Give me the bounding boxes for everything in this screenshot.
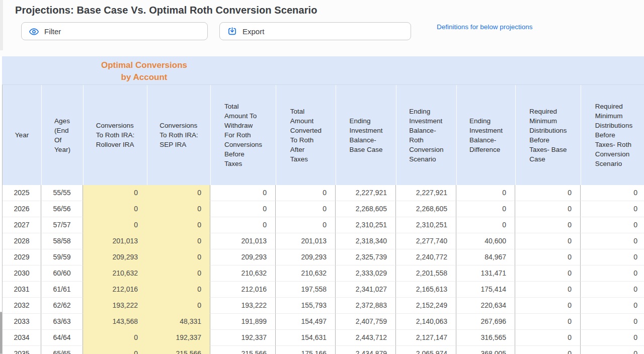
table-cell-ending-balance-roth-scenario: 2,268,605 [396, 201, 456, 217]
table-cell-total-converted-after-taxes: 154,497 [276, 314, 336, 330]
table-row: 202858/58201,0130201,013201,0132,318,340… [3, 233, 644, 249]
table-cell-total-withdraw-before-taxes: 215,566 [210, 346, 276, 354]
definitions-link[interactable]: Definitions for below projections [437, 23, 533, 31]
table-row: 203060/60210,6320210,632210,6322,333,029… [3, 266, 644, 282]
table-cell-ending-balance-difference: 84,967 [456, 249, 515, 266]
table-cell-rmd-roth-scenario: 0 [581, 314, 644, 330]
table-cell-conversions-rollover-ira: 0 [83, 346, 147, 354]
group-header-band: Optimal Conversions by Account [2, 56, 644, 84]
table-cell-rmd-base-case: 0 [515, 266, 581, 282]
table-cell-ending-balance-difference: 175,414 [456, 282, 515, 298]
table-cell-ending-balance-difference: 316,565 [456, 330, 515, 346]
table-cell-rmd-roth-scenario: 0 [581, 298, 644, 314]
table-cell-conversions-rollover-ira: 143,568 [83, 314, 147, 330]
table-cell-total-withdraw-before-taxes: 201,013 [210, 233, 276, 249]
table-cell-total-withdraw-before-taxes: 0 [210, 217, 276, 233]
table-cell-ending-balance-base-case: 2,434,879 [336, 346, 396, 354]
table-cell-year: 2027 [3, 217, 41, 233]
column-header-conversions-sep-ira: Conversions To Roth IRA: SEP IRA [147, 85, 210, 185]
export-button[interactable]: Export [219, 22, 411, 40]
table-cell-conversions-sep-ira: 215,566 [147, 346, 210, 354]
table-cell-ending-balance-base-case: 2,227,921 [336, 185, 396, 201]
table-cell-conversions-rollover-ira: 0 [83, 330, 147, 346]
table-cell-ages-end-of-year: 64/64 [41, 330, 83, 346]
table-cell-rmd-base-case: 0 [515, 185, 581, 201]
table-cell-total-converted-after-taxes: 175,166 [276, 346, 336, 354]
table-cell-ages-end-of-year: 55/55 [41, 185, 83, 201]
table-cell-ending-balance-roth-scenario: 2,310,251 [396, 217, 456, 233]
table-row: 202757/5700002,310,2512,310,251000 [3, 217, 644, 233]
table-cell-ending-balance-roth-scenario: 2,065,974 [396, 346, 456, 354]
table-cell-conversions-rollover-ira: 210,632 [83, 266, 147, 282]
page-header: Projections: Base Case Vs. Optimal Roth … [0, 0, 644, 56]
filter-button[interactable]: Filter [21, 22, 208, 40]
table-cell-total-converted-after-taxes: 0 [276, 201, 336, 217]
table-cell-year: 2034 [3, 330, 41, 346]
table-cell-total-converted-after-taxes: 0 [276, 217, 336, 233]
page-title: Projections: Base Case Vs. Optimal Roth … [15, 5, 317, 16]
column-header-label: Required Minimum Distributions Before Ta… [595, 102, 632, 168]
table-cell-rmd-base-case: 0 [515, 201, 581, 217]
table-cell-total-converted-after-taxes: 155,793 [276, 298, 336, 314]
table-cell-ending-balance-difference: 220,634 [456, 298, 515, 314]
table-cell-total-withdraw-before-taxes: 212,016 [210, 282, 276, 298]
table-cell-ages-end-of-year: 60/60 [41, 266, 83, 282]
table-cell-ending-balance-difference: 0 [456, 185, 515, 201]
table-cell-ages-end-of-year: 61/61 [41, 282, 83, 298]
column-header-label: Required Minimum Distributions Before Ta… [529, 107, 567, 164]
table-cell-rmd-roth-scenario: 0 [581, 201, 644, 217]
table-cell-ending-balance-base-case: 2,318,340 [336, 233, 396, 249]
table-row: 203464/640192,337192,337154,6312,443,712… [3, 330, 644, 346]
column-header-label: Ending Investment Balance- Difference [469, 116, 503, 154]
table-cell-conversions-rollover-ira: 212,016 [83, 282, 147, 298]
table-cell-ending-balance-difference: 267,696 [456, 314, 515, 330]
table-cell-ending-balance-base-case: 2,325,739 [336, 249, 396, 266]
table-cell-year: 2031 [3, 282, 41, 298]
table-cell-ages-end-of-year: 62/62 [41, 298, 83, 314]
table-cell-conversions-sep-ira: 0 [147, 249, 210, 266]
table-row: 202555/5500002,227,9212,227,921000 [3, 185, 644, 201]
table-cell-conversions-sep-ira: 192,337 [147, 330, 210, 346]
table-cell-total-converted-after-taxes: 154,631 [276, 330, 336, 346]
column-header-rmd-base-case: Required Minimum Distributions Before Ta… [515, 85, 581, 185]
filter-button-label: Filter [44, 27, 61, 36]
table-cell-ending-balance-base-case: 2,443,712 [336, 330, 396, 346]
table-cell-year: 2033 [3, 314, 41, 330]
vertical-scrollbar-thumb[interactable] [0, 312, 2, 354]
column-header-ending-balance-base-case: Ending Investment Balance- Base Case [336, 85, 396, 185]
table-cell-rmd-roth-scenario: 0 [581, 185, 644, 201]
column-header-total-converted-after-taxes: Total Amount Converted To Roth After Tax… [276, 85, 336, 185]
table-cell-total-withdraw-before-taxes: 192,337 [210, 330, 276, 346]
export-button-label: Export [243, 27, 264, 36]
table-cell-ending-balance-base-case: 2,333,029 [336, 266, 396, 282]
table-cell-total-converted-after-taxes: 201,013 [276, 233, 336, 249]
table-cell-rmd-roth-scenario: 0 [581, 266, 644, 282]
table-row: 202959/59209,2930209,293209,2932,325,739… [3, 249, 644, 266]
table-cell-rmd-roth-scenario: 0 [581, 249, 644, 266]
table-cell-ending-balance-roth-scenario: 2,227,921 [396, 185, 456, 201]
table-cell-rmd-base-case: 0 [515, 330, 581, 346]
table-cell-ages-end-of-year: 65/65 [41, 346, 83, 354]
table-cell-ending-balance-roth-scenario: 2,240,772 [396, 249, 456, 266]
table-cell-year: 2025 [3, 185, 41, 201]
table-cell-ages-end-of-year: 59/59 [41, 249, 83, 266]
table-cell-total-withdraw-before-taxes: 209,293 [210, 249, 276, 266]
group-header-optimal-conversions: Optimal Conversions by Account [80, 59, 208, 83]
table-row: 203262/62193,2220193,222155,7932,372,883… [3, 298, 644, 314]
table-cell-ending-balance-difference: 131,471 [456, 266, 515, 282]
table-cell-conversions-sep-ira: 0 [147, 185, 210, 201]
table-cell-ages-end-of-year: 58/58 [41, 233, 83, 249]
column-header-label: Conversions To Roth IRA: Rollover IRA [96, 121, 135, 149]
table-cell-conversions-rollover-ira: 193,222 [83, 298, 147, 314]
column-header-label: Total Amount Converted To Roth After Tax… [290, 107, 321, 164]
column-header-ages-end-of-year: Ages (End Of Year) [41, 85, 83, 185]
table-cell-rmd-roth-scenario: 0 [581, 282, 644, 298]
table-cell-ending-balance-difference: 0 [456, 201, 515, 217]
column-header-label: Total Amount To Withdraw For Roth Conver… [224, 102, 262, 168]
table-cell-year: 2035 [3, 346, 41, 354]
table-cell-year: 2032 [3, 298, 41, 314]
table-cell-ending-balance-roth-scenario: 2,201,558 [396, 266, 456, 282]
table-cell-total-withdraw-before-taxes: 210,632 [210, 266, 276, 282]
table-cell-conversions-rollover-ira: 0 [83, 201, 147, 217]
table-cell-conversions-sep-ira: 0 [147, 282, 210, 298]
